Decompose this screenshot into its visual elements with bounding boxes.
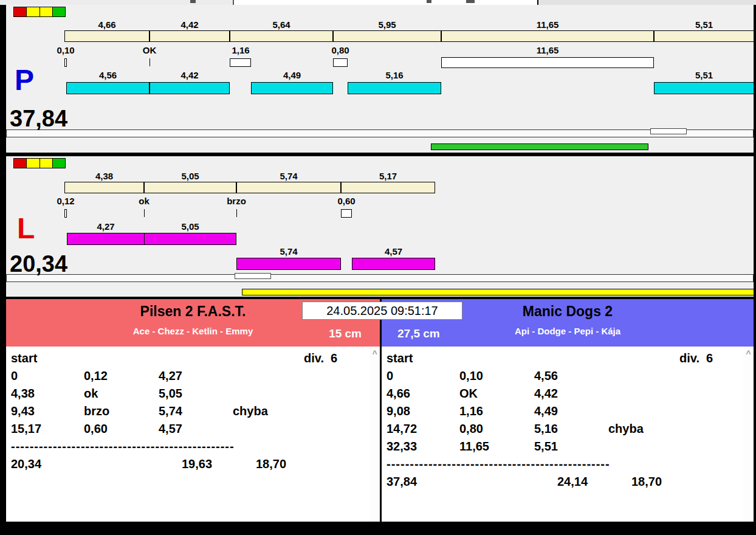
split-time-label: 5,51 [654,19,754,30]
start-light [40,159,53,168]
dog-time-label: 4,42 [149,70,230,80]
scrollbar-up-icon[interactable]: ^ [744,350,752,358]
mark-box [64,58,67,67]
result-cell: 18,70 [256,457,286,471]
lane-right-timeline: 4,664,425,645,9511,655,510,10OK1,160,801… [6,5,754,153]
scrollbar[interactable]: ^ [369,347,380,522]
result-cell: 32,33 [387,440,417,454]
dog-run-bar [251,82,333,94]
start-light [14,7,27,16]
dog-run-bar [66,82,149,94]
division-label: div. 6 [679,351,713,365]
result-cell: 5,74 [159,404,182,418]
result-cell: 14,72 [387,422,417,436]
split-bar [441,30,654,42]
mark-label: 0,80 [316,45,365,55]
flyball-timing-window: 4,664,425,645,9511,655,510,10OK1,160,801… [0,0,756,535]
start-light [40,7,53,16]
split-time-label: 5,95 [333,19,441,30]
start-light [27,159,40,168]
mark-box [333,58,348,67]
result-cell: ok [84,387,98,401]
timeline-track [6,274,754,282]
split-bar [654,30,754,42]
results-rows: startdiv. 600,104,564,66OK4,429,081,164,… [382,347,743,522]
divider-line: ----------------------------------------… [11,440,235,454]
result-cell: OK [459,387,478,401]
result-cell: 18,70 [631,475,662,489]
result-cell: 0,60 [84,422,108,436]
clipped-toolbar-field [233,0,538,5]
mark-label: 0,60 [322,196,371,206]
split-time-label: 11,65 [441,19,654,30]
result-cell: 0,80 [459,422,483,436]
dog-time-label: 5,16 [348,70,441,80]
mark-box [341,209,352,218]
miss-interval-box [441,57,654,68]
result-cell: chyba [233,404,268,418]
split-bar [230,30,333,42]
result-cell: 4,38 [11,387,35,401]
team-dog-names: Ace - Chezz - Ketlin - Emmy [6,326,380,336]
split-bar [64,30,149,42]
start-light [53,7,65,16]
split-time-label: 4,66 [64,19,149,30]
result-cell: 4,42 [534,387,558,401]
status-ribbon [431,143,648,150]
dog-run-bar [236,258,341,270]
lane-total-time: 20,34 [10,252,67,275]
result-cell: 0,12 [84,369,108,383]
mark-label: OK [125,45,174,55]
split-time-label: 4,42 [149,19,230,30]
scrollbar-up-icon[interactable]: ^ [371,350,379,358]
mark-label: 11,65 [523,45,572,55]
team-results-area: startdiv. 600,104,564,66OK4,429,081,164,… [382,347,754,522]
dog-time-label: 5,74 [236,246,341,257]
results-rows: startdiv. 600,124,274,38ok5,059,43brzo5,… [6,347,369,522]
dog-run-bar [352,258,435,270]
result-cell: 1,16 [459,404,483,418]
clipped-toolbar-right [538,0,756,5]
results-section: Pilsen 2 F.A.S.T. Ace - Chezz - Ketlin -… [6,299,754,522]
result-cell: 9,08 [387,404,410,418]
result-cell: 0 [11,369,18,383]
result-cell: start [11,351,37,365]
mark-label: 1,16 [216,45,265,55]
result-cell: 4,57 [159,422,182,436]
dog-run-bar [149,82,230,94]
split-bar [149,30,230,42]
split-bar [236,182,341,193]
result-cell: 4,56 [534,369,558,383]
split-time-label: 5,05 [144,171,236,181]
result-cell: 5,16 [534,422,558,436]
split-time-label: 4,38 [64,171,144,181]
result-cell: 4,27 [159,369,182,383]
clipped-toolbar-strip [0,0,756,5]
split-bar [144,182,236,193]
status-ribbon [242,289,754,295]
clipped-text-fragment [466,0,475,3]
split-bar [333,30,441,42]
dog-time-label: 4,57 [352,246,435,257]
result-cell: 24,14 [557,475,588,489]
team-results-area: startdiv. 600,124,274,38ok5,059,43brzo5,… [6,347,380,522]
jump-height: 27,5 cm [397,327,440,340]
scrollbar[interactable]: ^ [743,347,754,522]
start-light [27,7,40,16]
dog-run-bar [67,233,145,245]
timeline-track [6,129,754,137]
lane-left-timeline: 4,385,055,745,170,12okbrzo0,604,275,055,… [6,156,754,297]
lane-total-time: 37,84 [10,107,67,130]
lane-letter: L [17,214,35,243]
result-cell: 19,63 [182,457,212,471]
result-cell: 37,84 [387,475,417,489]
clipped-text-fragment [190,0,196,3]
datetime-display: 24.05.2025 09:51:17 [302,302,462,320]
result-cell: 4,49 [534,404,558,418]
jump-height: 15 cm [329,327,362,340]
result-cell: 5,05 [159,387,182,401]
dog-run-bar [144,233,236,245]
start-light [14,159,27,168]
dog-time-label: 5,05 [144,221,236,232]
team-panel-left: Pilsen 2 F.A.S.T. Ace - Chezz - Ketlin -… [6,299,380,522]
